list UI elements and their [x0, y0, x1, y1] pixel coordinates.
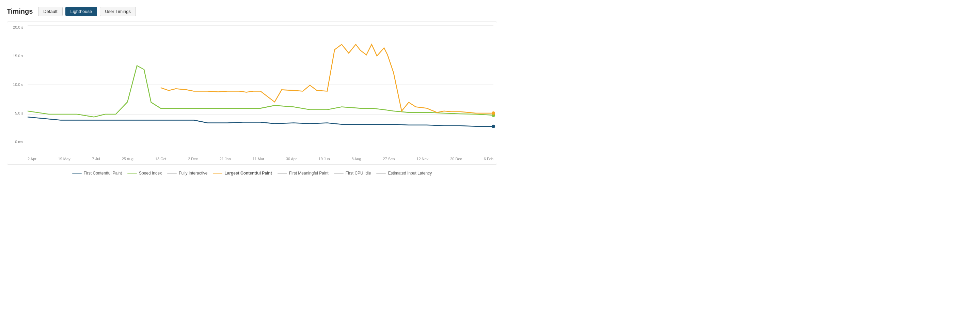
legend-label-fcp: First Contentful Paint [84, 171, 122, 176]
legend-line-fcp [72, 173, 82, 173]
x-label-5: 2 Dec [188, 157, 198, 161]
tab-default[interactable]: Default [38, 7, 62, 16]
x-label-14: 6 Feb [484, 157, 493, 161]
legend-label-lcp: Largest Contentful Paint [224, 171, 272, 176]
y-label-3: 5.0 s [15, 111, 23, 115]
legend-fci: First CPU Idle [334, 171, 371, 176]
legend-fmp: First Meaningful Paint [277, 171, 329, 176]
y-label-0: 20.0 s [13, 25, 23, 29]
legend-label-fmp: First Meaningful Paint [289, 171, 329, 176]
x-label-12: 12 Nov [417, 157, 428, 161]
x-label-3: 25 Aug [122, 157, 134, 161]
x-label-6: 21 Jan [220, 157, 231, 161]
legend-line-si [127, 173, 137, 173]
tab-user-timings[interactable]: User Timings [100, 7, 136, 16]
y-label-1: 15.0 s [13, 54, 23, 58]
legend-fi: Fully Interactive [167, 171, 207, 176]
dot-fcp [492, 125, 495, 128]
legend-line-fmp [277, 173, 287, 173]
x-label-10: 8 Aug [352, 157, 361, 161]
x-label-13: 20 Dec [450, 157, 462, 161]
chart-area: 20.0 s 15.0 s 10.0 s 5.0 s 0 ms [7, 21, 497, 165]
x-label-9: 19 Jun [319, 157, 330, 161]
line-first-contentful-paint [28, 117, 493, 126]
y-label-2: 10.0 s [13, 82, 23, 86]
y-label-4: 0 ms [15, 140, 23, 144]
x-label-8: 30 Apr [286, 157, 297, 161]
legend-fcp: First Contentful Paint [72, 171, 122, 176]
legend-label-fci: First CPU Idle [345, 171, 371, 176]
legend-line-lcp [213, 173, 222, 173]
y-axis: 20.0 s 15.0 s 10.0 s 5.0 s 0 ms [7, 25, 26, 144]
x-label-11: 27 Sep [383, 157, 395, 161]
legend-eil: Estimated Input Latency [376, 171, 432, 176]
legend-label-fi: Fully Interactive [179, 171, 207, 176]
x-label-1: 19 May [58, 157, 70, 161]
legend-si: Speed Index [127, 171, 162, 176]
x-label-4: 13 Oct [155, 157, 166, 161]
legend-lcp: Largest Contentful Paint [213, 171, 272, 176]
chart-legend: First Contentful Paint Speed Index Fully… [7, 168, 497, 178]
x-label-2: 7 Jul [92, 157, 100, 161]
legend-label-si: Speed Index [139, 171, 162, 176]
x-axis: 2 Apr 19 May 7 Jul 25 Aug 13 Oct 2 Dec 2… [28, 157, 493, 161]
chart-plot [28, 25, 493, 144]
dot-lcp [492, 112, 495, 115]
page-title: Timings [7, 8, 33, 15]
x-label-0: 2 Apr [28, 157, 37, 161]
tab-lighthouse[interactable]: Lighthouse [65, 7, 97, 16]
legend-line-eil [376, 173, 386, 173]
legend-line-fi [167, 173, 177, 173]
timings-container: Timings Default Lighthouse User Timings … [7, 7, 497, 178]
legend-line-fci [334, 173, 344, 173]
header: Timings Default Lighthouse User Timings [7, 7, 497, 16]
chart-svg [28, 25, 493, 144]
x-label-7: 11 Mar [253, 157, 264, 161]
line-largest-contentful-paint [161, 44, 493, 113]
legend-label-eil: Estimated Input Latency [388, 171, 432, 176]
